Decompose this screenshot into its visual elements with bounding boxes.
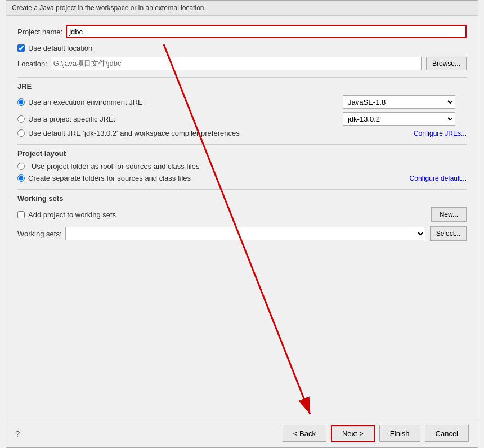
dialog-header: Create a Java project in the workspace o… xyxy=(6,1,478,16)
jre-option3-radio[interactable] xyxy=(17,129,25,137)
use-default-location-row: Use default location xyxy=(17,44,467,52)
select-button[interactable]: Select... xyxy=(430,226,467,241)
location-label: Location: xyxy=(17,60,47,68)
jre-section-title: JRE xyxy=(17,82,467,91)
add-working-sets-label: Add project to working sets xyxy=(28,210,423,219)
jre-option2-select-wrapper: jdk-13.0.2 xyxy=(343,112,467,126)
jre-option1-select[interactable]: JavaSE-1.8 xyxy=(343,95,455,109)
jre-option1-radio[interactable] xyxy=(17,98,25,106)
layout-option2-row: Create separate folders for sources and … xyxy=(17,174,467,182)
next-button[interactable]: Next > xyxy=(331,425,375,442)
jre-option3-radio-label: Use default JRE 'jdk-13.0.2' and workspa… xyxy=(17,129,343,137)
layout-option1-radio[interactable] xyxy=(17,163,25,170)
jre-option1-radio-label: Use an execution environment JRE: xyxy=(17,98,343,106)
browse-button[interactable]: Browse... xyxy=(426,57,467,70)
project-layout-divider xyxy=(17,144,467,145)
help-icon[interactable]: ? xyxy=(15,429,20,438)
project-name-row: Project name: xyxy=(17,25,467,38)
working-sets-select[interactable] xyxy=(65,227,425,240)
use-default-location-label: Use default location xyxy=(28,44,92,52)
configure-default-link[interactable]: Configure default... xyxy=(410,174,467,182)
layout-option1-label: Use project folder as root for sources a… xyxy=(32,162,467,171)
jre-option1-select-wrapper: JavaSE-1.8 xyxy=(343,95,467,109)
jre-option2-radio-label: Use a project specific JRE: xyxy=(17,115,343,123)
configure-jres-link[interactable]: Configure JREs... xyxy=(414,129,467,137)
jre-option3-label: Use default JRE 'jdk-13.0.2' and workspa… xyxy=(28,129,240,137)
project-name-label: Project name: xyxy=(17,28,62,36)
project-name-input[interactable] xyxy=(66,25,467,38)
jre-option2-row: Use a project specific JRE: jdk-13.0.2 xyxy=(17,112,467,126)
finish-button[interactable]: Finish xyxy=(379,425,420,442)
use-default-location-checkbox[interactable] xyxy=(17,44,25,52)
jre-divider xyxy=(17,77,467,78)
project-layout-title: Project layout xyxy=(17,149,467,158)
new-button[interactable]: New... xyxy=(431,207,467,222)
jre-option3-row: Use default JRE 'jdk-13.0.2' and workspa… xyxy=(17,129,467,137)
back-button[interactable]: < Back xyxy=(283,425,326,442)
layout-option2-radio-label: Create separate folders for sources and … xyxy=(17,174,343,182)
working-sets-combo-row: Working sets: Select... xyxy=(17,226,467,241)
layout-option2-label: Create separate folders for sources and … xyxy=(28,174,191,182)
jre-option2-select[interactable]: jdk-13.0.2 xyxy=(343,112,455,126)
add-working-sets-row: Add project to working sets New... xyxy=(17,207,467,222)
location-row: Location: Browse... xyxy=(17,57,467,70)
location-input[interactable] xyxy=(51,57,422,70)
jre-option1-row: Use an execution environment JRE: JavaSE… xyxy=(17,95,467,109)
configure-default-wrapper: Configure default... xyxy=(343,174,467,182)
dialog-footer: ? < Back Next > Finish Cancel xyxy=(6,419,478,447)
configure-jres-wrapper: Configure JREs... xyxy=(343,129,467,137)
working-sets-divider xyxy=(17,189,467,190)
add-working-sets-checkbox[interactable] xyxy=(17,211,25,218)
jre-option2-label: Use a project specific JRE: xyxy=(28,115,115,123)
working-sets-title: Working sets xyxy=(17,194,467,203)
jre-option2-radio[interactable] xyxy=(17,115,25,123)
layout-option2-radio[interactable] xyxy=(17,174,25,182)
layout-option1-row: Use project folder as root for sources a… xyxy=(17,162,467,171)
jre-option1-label: Use an execution environment JRE: xyxy=(28,98,145,106)
working-sets-label: Working sets: xyxy=(17,230,62,238)
cancel-button[interactable]: Cancel xyxy=(425,425,469,442)
header-text: Create a Java project in the workspace o… xyxy=(12,4,206,12)
dialog-body: Project name: Use default location Locat… xyxy=(6,16,478,419)
